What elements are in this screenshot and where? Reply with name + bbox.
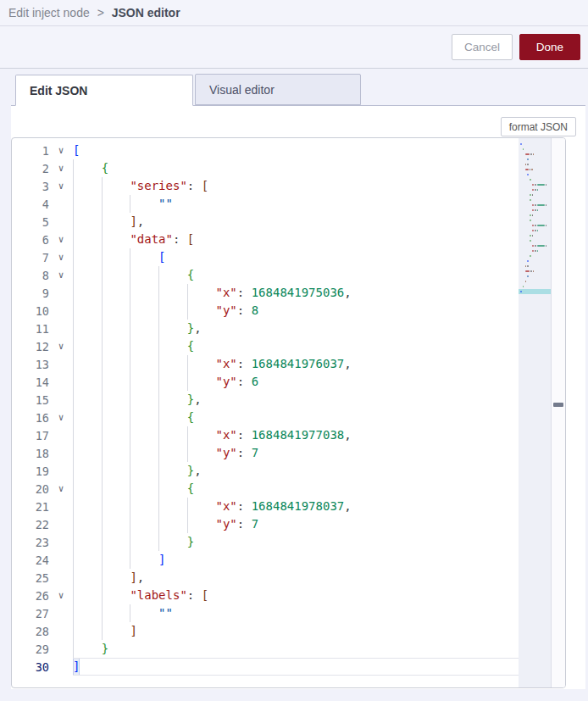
token-p: : <box>187 587 202 604</box>
code-line[interactable]: [ <box>73 248 519 266</box>
chevron-down-icon[interactable]: ∨ <box>49 337 73 355</box>
indent-guide <box>73 159 102 177</box>
code-line[interactable]: ], <box>73 213 519 231</box>
done-button[interactable]: Done <box>519 34 580 60</box>
code-line[interactable]: "x": 1684841975036, <box>73 284 519 302</box>
token-b3: ] <box>130 569 136 587</box>
minimap-mark <box>531 169 533 170</box>
token-b1: [ <box>73 142 80 159</box>
code-line[interactable]: { <box>73 266 519 284</box>
indent-guide <box>158 320 187 337</box>
editor-content[interactable]: [{"series": [""],"data": [[{"x": 1684841… <box>73 138 519 687</box>
minimap-mark <box>530 270 532 272</box>
code-line[interactable]: ] <box>73 551 519 569</box>
code-line[interactable]: ] <box>73 622 519 640</box>
chevron-down-icon[interactable]: ∨ <box>49 266 73 284</box>
line-number: 24 <box>12 554 49 567</box>
chevron-down-icon[interactable]: ∨ <box>49 177 73 195</box>
code-line[interactable]: { <box>73 409 519 426</box>
minimap-mark <box>537 204 545 206</box>
indent-guide <box>158 266 187 284</box>
chevron-down-icon[interactable]: ∨ <box>49 159 73 177</box>
format-json-button[interactable]: format JSON <box>501 117 576 136</box>
minimap-mark <box>530 220 531 221</box>
code-line[interactable]: [ <box>73 142 519 159</box>
token-b1: ] <box>158 551 165 569</box>
token-p: , <box>137 569 144 587</box>
code-line[interactable]: "y": 7 <box>73 444 519 462</box>
indent-guide <box>130 426 158 444</box>
code-line[interactable]: { <box>73 159 519 177</box>
token-num: 7 <box>252 444 258 462</box>
line-number: 27 <box>12 607 49 620</box>
gutter-row: 6∨ <box>12 231 73 248</box>
code-line[interactable]: }, <box>73 462 519 480</box>
indent-guide <box>130 320 158 337</box>
indent-guide <box>158 409 187 426</box>
chevron-down-icon[interactable]: ∨ <box>49 231 73 248</box>
line-number: 4 <box>12 198 49 211</box>
editor-minimap[interactable] <box>519 138 551 687</box>
chevron-down-icon[interactable]: ∨ <box>49 480 73 498</box>
code-line[interactable]: }, <box>73 391 519 409</box>
gutter-row: 2∨ <box>12 159 73 177</box>
token-b2: } <box>187 320 194 337</box>
overview-ruler-cursor-marker <box>553 403 563 407</box>
code-line[interactable]: "x": 1684841978037, <box>73 498 519 515</box>
code-line[interactable]: "x": 1684841977038, <box>73 426 519 444</box>
indent-guide <box>73 515 102 533</box>
code-line[interactable]: "data": [ <box>73 231 519 248</box>
line-number: 21 <box>12 500 49 514</box>
indent-guide <box>102 569 130 587</box>
code-line[interactable]: "series": [ <box>73 177 519 195</box>
code-line[interactable]: "y": 6 <box>73 373 519 391</box>
code-line[interactable]: "y": 7 <box>73 515 519 533</box>
indent-guide <box>130 444 158 462</box>
minimap-mark <box>530 199 531 201</box>
token-p: : <box>237 498 252 515</box>
chevron-down-icon[interactable]: ∨ <box>49 409 73 426</box>
code-line[interactable]: "y": 8 <box>73 302 519 320</box>
indent-guide <box>158 480 187 498</box>
tab-edit-json[interactable]: Edit JSON <box>15 75 193 106</box>
code-line[interactable]: ], <box>73 569 519 587</box>
gutter-row: 23 <box>12 533 73 551</box>
overview-ruler[interactable] <box>551 138 565 687</box>
line-number: 10 <box>12 304 49 318</box>
indent-guide <box>73 587 102 604</box>
minimap-mark <box>532 184 534 186</box>
token-b1: [ <box>158 248 165 266</box>
code-line[interactable]: } <box>73 533 519 551</box>
code-line[interactable]: "" <box>73 195 519 213</box>
indent-guide <box>102 195 130 213</box>
code-line[interactable]: "" <box>73 604 519 622</box>
minimap-mark <box>535 225 536 226</box>
code-line[interactable]: }, <box>73 320 519 337</box>
gutter-row: 26∨ <box>12 587 73 604</box>
token-p: , <box>194 320 201 337</box>
code-line[interactable]: { <box>73 480 519 498</box>
code-line[interactable]: "x": 1684841976037, <box>73 355 519 373</box>
gutter-row: 8∨ <box>12 266 73 284</box>
code-line[interactable]: ] <box>73 658 519 676</box>
indent-guide <box>73 355 102 373</box>
cancel-button[interactable]: Cancel <box>452 34 513 60</box>
token-str: "" <box>158 604 173 622</box>
token-num: 1684841976037 <box>252 355 345 373</box>
minimap-mark <box>527 164 529 165</box>
code-line[interactable]: "labels": [ <box>73 587 519 604</box>
minimap-mark <box>537 245 545 247</box>
editor-gutter: 1∨2∨3∨456∨7∨8∨9101112∨13141516∨17181920∨… <box>12 138 73 687</box>
indent-guide <box>73 480 102 498</box>
code-line[interactable]: } <box>73 640 519 658</box>
tab-visual-editor[interactable]: Visual editor <box>195 74 361 105</box>
code-line[interactable]: { <box>73 337 519 355</box>
json-code-editor[interactable]: 1∨2∨3∨456∨7∨8∨9101112∨13141516∨17181920∨… <box>11 137 566 688</box>
indent-guide <box>158 337 187 355</box>
chevron-down-icon[interactable]: ∨ <box>49 587 73 604</box>
chevron-down-icon[interactable]: ∨ <box>49 248 73 266</box>
indent-guide <box>102 444 130 462</box>
chevron-down-icon[interactable]: ∨ <box>49 142 73 159</box>
line-number: 2 <box>12 162 49 175</box>
token-key: "x" <box>216 284 237 302</box>
